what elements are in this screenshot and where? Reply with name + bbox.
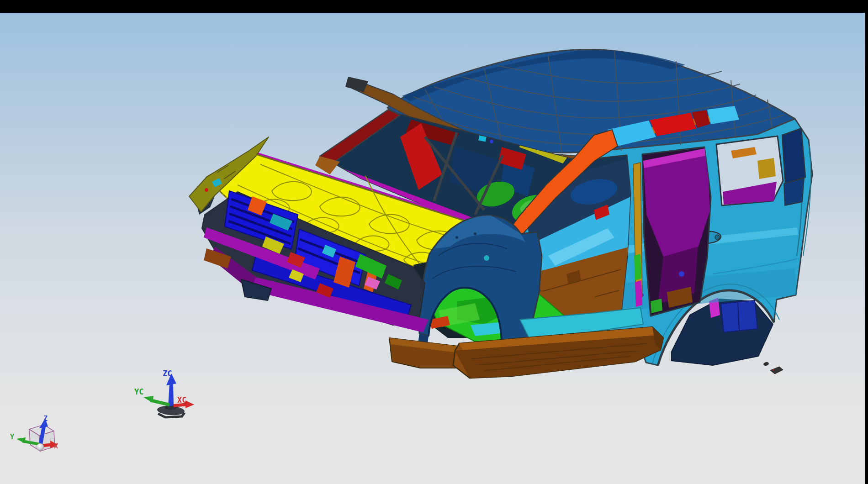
car-body-model[interactable]	[189, 49, 812, 378]
graphics-viewport[interactable]: ZC YC XC	[0, 13, 865, 484]
wcs-x-label: XC	[177, 395, 186, 405]
rear-door-opening[interactable]	[642, 147, 711, 316]
wcs-triad[interactable]: ZC YC XC	[134, 369, 194, 417]
right-edge-bar	[865, 0, 868, 484]
quarter-window-opening[interactable]	[716, 136, 783, 205]
wcs-y-axis[interactable]	[143, 396, 170, 406]
top-bar	[0, 0, 868, 13]
model-canvas[interactable]: ZC YC XC	[0, 13, 865, 484]
abs-csys-triad[interactable]: Z Y X	[10, 415, 58, 451]
wcs-z-label: ZC	[163, 369, 172, 378]
csys-origin-sphere	[37, 443, 44, 451]
d-pillar-panel[interactable]	[782, 128, 805, 184]
wcs-z-axis[interactable]	[166, 374, 176, 406]
debris-parts[interactable]	[763, 362, 783, 374]
csys-z-label: Z	[43, 415, 48, 423]
csys-y-label: Y	[10, 433, 14, 441]
wcs-y-label: YC	[134, 387, 143, 396]
csys-x-label: X	[54, 442, 58, 450]
window-bracket-gold[interactable]	[757, 158, 776, 179]
cad-application-window: ZC YC XC	[0, 0, 868, 484]
